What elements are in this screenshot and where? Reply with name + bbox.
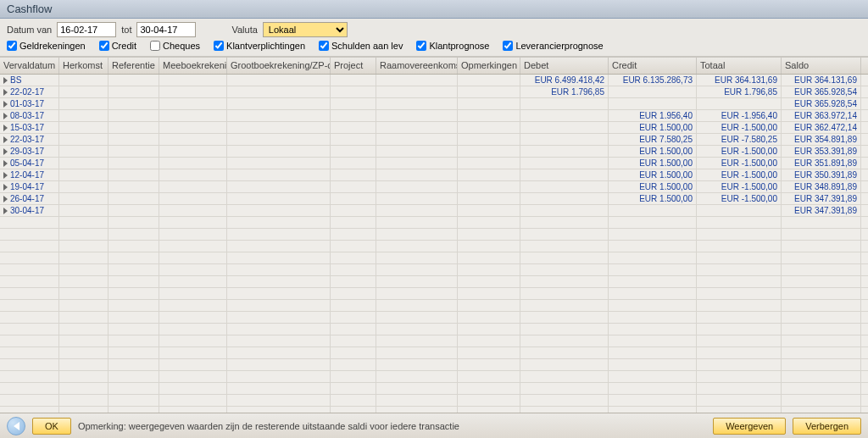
- date-cell[interactable]: 22-03-17: [10, 135, 44, 144]
- ok-button[interactable]: OK: [32, 418, 71, 435]
- table-row-empty: [0, 276, 868, 288]
- table-row[interactable]: 22-03-17EUR 7.580,25EUR -7.580,25EUR 354…: [0, 134, 868, 146]
- expand-icon[interactable]: [3, 148, 8, 155]
- expand-icon[interactable]: [3, 113, 8, 119]
- totaal-cell: EUR -1.500,00: [697, 146, 782, 157]
- expand-icon[interactable]: [3, 196, 8, 202]
- date-cell[interactable]: 15-03-17: [10, 123, 44, 132]
- col-opmerkingen[interactable]: Opmerkingen: [458, 58, 520, 74]
- totaal-cell: EUR -1.500,00: [697, 181, 782, 192]
- col-referentie[interactable]: Referentie: [108, 58, 159, 74]
- col-project[interactable]: Project: [331, 58, 376, 74]
- date-cell[interactable]: 30-04-17: [10, 206, 44, 215]
- col-debet[interactable]: Debet: [520, 58, 609, 74]
- date-cell[interactable]: 12-04-17: [10, 170, 44, 180]
- saldo-cell: EUR 365.928,54: [782, 98, 861, 109]
- date-from-input[interactable]: [57, 22, 116, 37]
- date-cell[interactable]: 01-03-17: [10, 99, 44, 108]
- date-cell[interactable]: BS: [10, 75, 21, 85]
- debet-cell: [520, 169, 609, 180]
- expand-icon[interactable]: [3, 184, 8, 191]
- saldo-cell: EUR 350.391,89: [782, 169, 861, 180]
- grid: Vervaldatum Herkomst Referentie Meeboekr…: [0, 57, 868, 413]
- expand-icon[interactable]: [3, 208, 8, 214]
- col-meeboekrekening[interactable]: Meeboekrekening: [159, 58, 227, 74]
- cb-cheques[interactable]: Cheques: [150, 41, 200, 51]
- table-row-empty: [0, 264, 868, 276]
- currency-label: Valuta: [231, 25, 257, 35]
- table-row[interactable]: 08-03-17EUR 1.956,40EUR -1.956,40EUR 363…: [0, 110, 868, 122]
- expand-icon[interactable]: [3, 77, 8, 84]
- table-row[interactable]: 29-03-17EUR 1.500,00EUR -1.500,00EUR 353…: [0, 146, 868, 158]
- footer: OK Opmerking: weergegeven waarden zijn d…: [0, 413, 868, 438]
- col-credit[interactable]: Credit: [609, 58, 697, 74]
- saldo-cell: EUR 363.972,14: [782, 110, 861, 121]
- expand-icon[interactable]: [3, 172, 8, 179]
- credit-cell: [609, 98, 697, 109]
- cb-klantverplichtingen[interactable]: Klantverplichtingen: [214, 41, 305, 51]
- totaal-cell: EUR -1.500,00: [697, 122, 782, 133]
- window: Cashflow Datum van tot Valuta Lokaal Gel…: [0, 0, 868, 438]
- table-row[interactable]: BSEUR 6.499.418,42EUR 6.135.286,73EUR 36…: [0, 75, 868, 86]
- col-saldo[interactable]: Saldo: [782, 58, 861, 74]
- col-herkomst[interactable]: Herkomst: [59, 58, 108, 74]
- expand-icon[interactable]: [3, 136, 8, 143]
- col-totaal[interactable]: Totaal: [697, 58, 782, 74]
- window-title: Cashflow: [7, 3, 52, 15]
- debet-cell: [520, 98, 609, 109]
- table-row[interactable]: 19-04-17EUR 1.500,00EUR -1.500,00EUR 348…: [0, 181, 868, 193]
- table-row[interactable]: 15-03-17EUR 1.500,00EUR -1.500,00EUR 362…: [0, 122, 868, 134]
- credit-cell: EUR 1.500,00: [609, 122, 697, 133]
- col-vervaldatum[interactable]: Vervaldatum: [0, 58, 59, 74]
- cb-schulden[interactable]: Schulden aan lev: [319, 41, 403, 51]
- cb-credit[interactable]: Credit: [99, 41, 136, 51]
- weergeven-button[interactable]: Weergeven: [713, 418, 786, 435]
- cb-geldrekeningen[interactable]: Geldrekeningen: [7, 41, 86, 51]
- filter-panel: Datum van tot Valuta Lokaal Geldrekening…: [0, 19, 868, 57]
- table-row[interactable]: 01-03-17EUR 365.928,54: [0, 98, 868, 110]
- saldo-cell: EUR 353.391,89: [782, 146, 861, 157]
- debet-cell: [520, 110, 609, 121]
- expand-icon[interactable]: [3, 101, 8, 108]
- date-cell[interactable]: 26-04-17: [10, 194, 44, 203]
- saldo-cell: EUR 347.391,89: [782, 205, 861, 216]
- credit-cell: EUR 1.500,00: [609, 146, 697, 157]
- totaal-cell: EUR 364.131,69: [697, 75, 782, 86]
- saldo-cell: EUR 365.928,54: [782, 86, 861, 97]
- credit-cell: EUR 1.500,00: [609, 169, 697, 180]
- table-row-empty: [0, 229, 868, 241]
- debet-cell: [520, 134, 609, 145]
- date-to-input[interactable]: [136, 22, 196, 37]
- col-grootboek[interactable]: Grootboekrekening/ZP-code: [227, 58, 331, 74]
- expand-icon[interactable]: [3, 160, 8, 167]
- saldo-cell: EUR 347.391,89: [782, 193, 861, 204]
- table-row[interactable]: 05-04-17EUR 1.500,00EUR -1.500,00EUR 351…: [0, 158, 868, 169]
- table-row[interactable]: 22-02-17EUR 1.796,85EUR 1.796,85EUR 365.…: [0, 86, 868, 98]
- cb-leverancierprognose[interactable]: Leverancierprognose: [503, 41, 603, 51]
- back-icon[interactable]: [7, 417, 25, 435]
- credit-cell: EUR 1.500,00: [609, 158, 697, 169]
- saldo-cell: EUR 362.472,14: [782, 122, 861, 133]
- saldo-cell: EUR 351.891,89: [782, 158, 861, 169]
- expand-icon[interactable]: [3, 125, 8, 131]
- date-cell[interactable]: 29-03-17: [10, 147, 44, 156]
- grid-body[interactable]: BSEUR 6.499.418,42EUR 6.135.286,73EUR 36…: [0, 75, 868, 413]
- date-cell[interactable]: 08-03-17: [10, 111, 44, 120]
- table-row[interactable]: 30-04-17EUR 347.391,89: [0, 205, 868, 217]
- col-raamovereenkomst[interactable]: Raamovereenkomst: [376, 58, 458, 74]
- cb-klantprognose[interactable]: Klantprognose: [416, 41, 489, 51]
- date-cell[interactable]: 19-04-17: [10, 182, 44, 191]
- saldo-cell: EUR 354.891,89: [782, 134, 861, 145]
- date-cell[interactable]: 22-02-17: [10, 87, 44, 97]
- table-row[interactable]: 12-04-17EUR 1.500,00EUR -1.500,00EUR 350…: [0, 169, 868, 181]
- credit-cell: EUR 1.500,00: [609, 193, 697, 204]
- date-cell[interactable]: 05-04-17: [10, 158, 44, 168]
- table-row-empty: [0, 407, 868, 413]
- table-row[interactable]: 26-04-17EUR 1.500,00EUR -1.500,00EUR 347…: [0, 193, 868, 205]
- debet-cell: EUR 1.796,85: [520, 86, 609, 97]
- totaal-cell: EUR -1.500,00: [697, 193, 782, 204]
- expand-icon[interactable]: [3, 89, 8, 96]
- verbergen-button[interactable]: Verbergen: [793, 418, 861, 435]
- currency-select[interactable]: Lokaal: [263, 22, 348, 37]
- debet-cell: [520, 205, 609, 216]
